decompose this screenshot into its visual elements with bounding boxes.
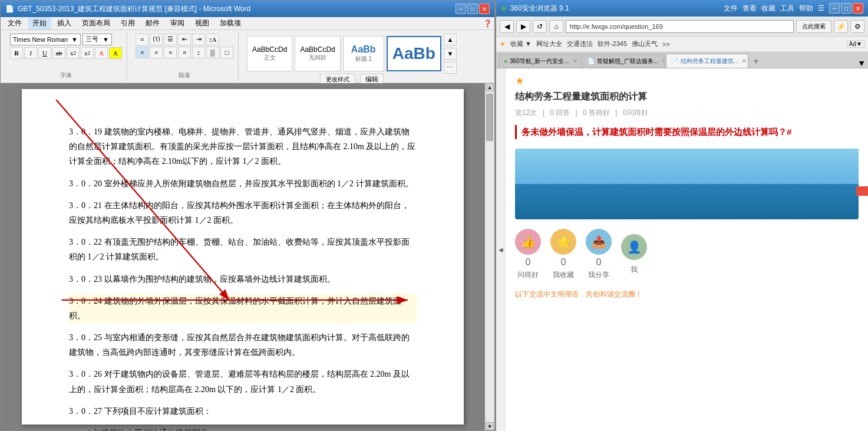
settings-button[interactable]: ⚙ xyxy=(850,20,864,33)
bookmark-software[interactable]: 软件-2345 xyxy=(598,40,627,48)
line-spacing-button[interactable]: ↕ xyxy=(192,47,205,58)
strikethrough-button[interactable]: ab xyxy=(52,47,65,59)
right-float-button[interactable]: 关 xyxy=(856,186,868,196)
browser-menu-bookmarks[interactable]: 收藏 xyxy=(761,4,775,14)
sidebar-collapse-icon[interactable]: ◀ xyxy=(497,246,504,253)
align-center-button[interactable]: ≡ xyxy=(150,47,163,58)
menu-addins[interactable]: 加载项 xyxy=(215,17,246,29)
indent-increase-button[interactable]: ⇥ xyxy=(192,34,205,45)
para-group-content: ≡ ⑴ ☰ ⇤ ⇥ ↕A ≡ ≡ ≡ ≡ ↕ ▒ □ xyxy=(136,34,233,58)
tab-list-button[interactable]: ▼ xyxy=(857,58,866,68)
browser-menu-view[interactable]: 查看 xyxy=(742,4,757,14)
indent-decrease-button[interactable]: ⇤ xyxy=(178,34,191,45)
browser-title: 360安全浏览器 9.1 xyxy=(510,4,569,14)
menu-mailings[interactable]: 邮件 xyxy=(141,17,164,29)
align-right-button[interactable]: ≡ xyxy=(164,47,177,58)
new-tab-button[interactable]: + xyxy=(750,55,763,68)
tab-360-nav[interactable]: ● 360导航_新一代安全... ✕ xyxy=(499,54,581,68)
word-icon: 📄 xyxy=(5,5,14,13)
collect-button[interactable]: ⭐ 0 我收藏 xyxy=(550,229,576,280)
browser-content: ◀ ★ 结构劳务工程量建筑面积的计算 览12次 | 0 回答 | 0 答得好 |… xyxy=(496,68,868,431)
font-name-dropdown[interactable]: Times New Roman ▼ xyxy=(10,34,81,45)
font-size-dropdown[interactable]: 三号 ▼ xyxy=(82,34,112,45)
shading-button[interactable]: ▒ xyxy=(206,47,219,58)
tab-360-close[interactable]: ✕ xyxy=(573,58,577,64)
justify-button[interactable]: ≡ xyxy=(178,47,191,58)
paragraph-buttons: ≡ ⑴ ☰ ⇤ ⇥ ↕A ≡ ≡ ≡ ≡ ↕ ▒ □ xyxy=(136,34,233,58)
browser-menu-help[interactable]: 帮助 xyxy=(799,4,813,14)
font-color-button[interactable]: A xyxy=(95,47,108,59)
browser-menu-icon[interactable]: ☰ xyxy=(818,4,824,12)
lightning-button[interactable]: ⚡ xyxy=(834,20,848,33)
bookmarks-bar: ★ 收藏 ▼ 网址大全 交通违法 软件-2345 佛山天气 >> Ad▼ xyxy=(496,37,868,52)
menu-insert[interactable]: 插入 xyxy=(52,17,76,29)
bookmark-favorites[interactable]: 收藏 ▼ xyxy=(510,40,532,48)
browser-menu-tools[interactable]: 工具 xyxy=(780,4,794,14)
scroll-down-button[interactable]: ▼ xyxy=(486,422,494,430)
menu-file[interactable]: 文件 xyxy=(3,17,27,29)
align-left-button[interactable]: ≡ xyxy=(136,47,148,58)
profile-button[interactable]: 👤 我 xyxy=(621,234,647,275)
refresh-button[interactable]: ↺ xyxy=(533,20,547,33)
bookmark-all-sites[interactable]: 网址大全 xyxy=(536,40,562,48)
multilevel-list-button[interactable]: ☰ xyxy=(164,34,177,45)
style-more[interactable]: ⋯ xyxy=(444,62,457,74)
bookmark-weather[interactable]: 佛山天气 xyxy=(632,40,658,48)
collect-count: 0 xyxy=(561,257,566,268)
minimize-button[interactable]: ─ xyxy=(456,4,466,14)
browser-maximize[interactable]: □ xyxy=(841,3,852,14)
bullet-list-button[interactable]: ≡ xyxy=(136,34,148,45)
menu-home[interactable]: 开始 xyxy=(28,17,51,29)
meta-good-answers: 0 答得好 xyxy=(583,108,610,117)
close-button[interactable]: ✕ xyxy=(479,4,490,14)
like-button[interactable]: 👍 0 问得好 xyxy=(515,229,541,280)
style-scroll-up[interactable]: ▲ xyxy=(444,34,457,45)
address-bar[interactable]: http://e.fwxgx.com/question_169 xyxy=(566,20,794,33)
tab-construction-close[interactable]: ✕ xyxy=(742,58,747,64)
browser-menu-file[interactable]: 文件 xyxy=(724,4,738,14)
search-box[interactable]: 点此搜索 xyxy=(796,20,831,33)
menu-view[interactable]: 视图 xyxy=(190,17,214,29)
subscript-button[interactable]: x2 xyxy=(67,47,80,59)
font-selectors: Times New Roman ▼ 三号 ▼ B I U ab x2 xyxy=(10,34,122,59)
forward-button[interactable]: ▶ xyxy=(516,20,530,33)
community-notice: 以下交流中文明用语，共创和谐交流圈！ xyxy=(515,289,859,300)
menu-layout[interactable]: 页面布局 xyxy=(77,17,115,29)
tab-glodon[interactable]: 📄 答疑解惑_广联达服务... ✕ xyxy=(582,54,665,68)
bookmark-traffic[interactable]: 交通违法 xyxy=(567,40,593,48)
back-button[interactable]: ◀ xyxy=(500,20,514,33)
superscript-button[interactable]: x2 xyxy=(81,47,94,59)
menu-references[interactable]: 引用 xyxy=(116,17,140,29)
paragraph-327-1: 1 与建筑物内不相连通的建筑部件； xyxy=(69,426,417,430)
help-icon[interactable]: ❓ xyxy=(483,19,492,28)
scroll-up-button[interactable]: ▲ xyxy=(486,83,494,91)
browser-close[interactable]: ✕ xyxy=(853,3,863,14)
collect-label: 我收藏 xyxy=(553,270,574,280)
home-button[interactable]: ⌂ xyxy=(549,20,563,33)
tab-glodon-close[interactable]: ✕ xyxy=(662,58,665,64)
tab-construction[interactable]: 📄 结构劳务工程量建筑... ✕ xyxy=(666,54,748,68)
bookmark-more[interactable]: >> xyxy=(662,41,670,48)
number-list-button[interactable]: ⑴ xyxy=(150,34,163,45)
style-no-spacing[interactable]: AaBbCcDd 无间距 xyxy=(295,36,340,71)
underline-button[interactable]: U xyxy=(38,47,51,59)
browser-minimize[interactable]: ─ xyxy=(829,3,840,14)
bookmark-star[interactable]: ★ xyxy=(500,40,506,48)
style-scroll-down[interactable]: ▼ xyxy=(444,48,457,60)
italic-button[interactable]: I xyxy=(24,47,37,59)
bold-button[interactable]: B xyxy=(10,47,23,59)
style-normal[interactable]: AaBbCcDd 正文 xyxy=(247,36,292,71)
style-sample[interactable]: AaBb xyxy=(387,36,441,71)
border-button[interactable]: □ xyxy=(220,47,233,58)
font-formatting-row: B I U ab x2 x2 A A xyxy=(10,47,122,59)
highlight-button[interactable]: A xyxy=(109,47,122,59)
sort-button[interactable]: ↕A xyxy=(206,34,219,45)
menu-review[interactable]: 审阅 xyxy=(166,17,189,29)
scroll-thumb[interactable] xyxy=(486,94,493,141)
share-button[interactable]: 📤 0 我分享 xyxy=(586,229,612,280)
share-count: 0 xyxy=(596,257,602,268)
share-label: 我分享 xyxy=(588,270,609,280)
browser-sidebar: ◀ xyxy=(496,68,506,431)
maximize-button[interactable]: □ xyxy=(467,4,478,14)
style-heading1[interactable]: AaBb 标题 1 xyxy=(343,36,384,71)
